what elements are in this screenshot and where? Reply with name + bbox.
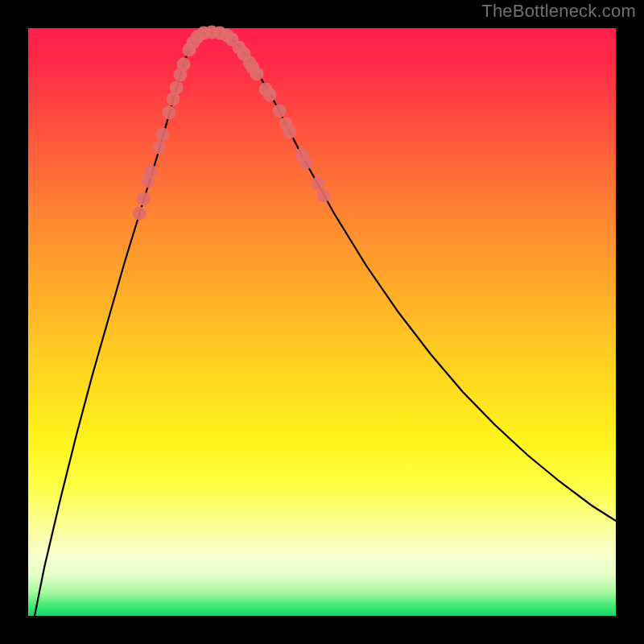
data-bead (144, 165, 158, 179)
bottleneck-curve (28, 32, 616, 644)
data-bead (250, 68, 264, 81)
data-bead (263, 89, 277, 102)
data-bead (283, 126, 297, 139)
data-bead (156, 128, 170, 142)
data-bead (273, 105, 287, 118)
data-bead (163, 106, 176, 120)
plot-area (28, 28, 616, 616)
data-bead (170, 81, 184, 95)
data-beads-group (133, 26, 331, 221)
data-bead (137, 192, 151, 206)
data-bead (153, 141, 167, 155)
chart-frame: TheBottleneck.com (0, 0, 644, 644)
watermark-text: TheBottleneck.com (481, 1, 636, 22)
data-bead (177, 58, 191, 72)
data-bead (299, 156, 313, 170)
data-bead (133, 207, 147, 221)
data-bead (317, 189, 331, 203)
chart-svg (28, 28, 616, 616)
data-bead (312, 177, 325, 191)
